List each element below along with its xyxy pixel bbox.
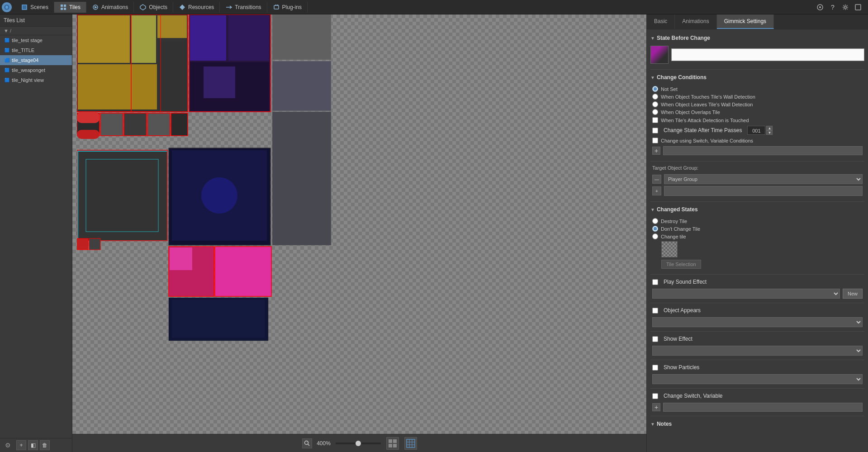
show-particles-checkbox[interactable] (652, 365, 658, 371)
svg-point-15 (819, 6, 821, 8)
sound-effect-select[interactable] (652, 289, 840, 299)
menu-tab-transitions[interactable]: Transitions (220, 2, 267, 13)
duplicate-tile-button[interactable]: ◧ (28, 440, 38, 450)
group-minus-icon[interactable]: — (652, 175, 661, 184)
svg-marker-8 (95, 6, 97, 9)
notifications-icon[interactable] (816, 3, 825, 12)
changed-state-dont-change: Don't Change Tile (650, 225, 864, 233)
sound-effect-new-button[interactable]: New (843, 289, 863, 299)
menu-tab-plugins[interactable]: Plug-ins (267, 2, 308, 13)
condition-overlaps-tile-radio[interactable] (652, 109, 658, 115)
svg-rect-20 (131, 15, 156, 63)
canvas-view-button[interactable] (386, 437, 399, 450)
condition-leaves-wall: When Object Leaves Tile's Wall Detection (650, 100, 864, 108)
condition-switch-variable-checkbox[interactable] (652, 138, 658, 143)
scenes-icon (21, 4, 28, 11)
condition-attack-detection: When Tile's Attack Detection is Touched (650, 116, 864, 124)
add-condition-input[interactable] (663, 146, 863, 155)
show-particles-controls (650, 373, 864, 385)
target-group-select[interactable]: Player Group (664, 174, 863, 184)
zoom-slider[interactable] (336, 442, 381, 444)
condition-leaves-wall-radio[interactable] (652, 101, 658, 107)
condition-touches-wall-radio[interactable] (652, 94, 658, 100)
menu-tab-resources[interactable]: Resources (173, 2, 220, 13)
condition-switch-variable: Change using Switch, Variable Conditions (650, 136, 864, 145)
condition-attack-detection-checkbox[interactable] (652, 117, 658, 123)
add-switch-variable-button[interactable]: + (652, 403, 660, 411)
menu-tab-animations[interactable]: Animations (86, 2, 134, 13)
tile-grid[interactable] (72, 14, 646, 434)
add-tile-button[interactable]: + (16, 440, 26, 450)
changed-state-dont-change-radio[interactable] (652, 226, 658, 232)
add-group-input[interactable] (664, 186, 863, 196)
notes-header[interactable]: ▼ Notes (650, 419, 864, 429)
svg-rect-21 (157, 15, 187, 38)
condition-touches-wall: When Object Touches Tile's Wall Detectio… (650, 93, 864, 100)
switch-variable-input[interactable] (663, 403, 863, 412)
settings-icon[interactable] (841, 3, 850, 12)
svg-rect-37 (124, 113, 147, 136)
zoom-value: 400% (315, 440, 333, 447)
add-group-button[interactable]: + (652, 186, 661, 195)
tree-item-tile-test-stage[interactable]: 🟦 tile_test stage (0, 35, 72, 45)
svg-rect-29 (228, 15, 269, 61)
time-value-display: 001 (747, 126, 765, 135)
tree-item-tile-night-view[interactable]: 🟦 tile_Night view (0, 75, 72, 85)
tree-item-tile-title[interactable]: 🟦 tile_TITLE (0, 45, 72, 55)
tree-item-tile-weaponget[interactable]: 🟦 tile_weaponget (0, 65, 72, 75)
show-effect-controls (650, 344, 864, 357)
svg-rect-39 (171, 113, 188, 136)
menu-tab-objects[interactable]: Objects (134, 2, 173, 13)
tab-animations[interactable]: Animations (675, 14, 716, 29)
play-sound-effect-row: Play Sound Effect (650, 277, 864, 286)
gear-settings-button[interactable]: ⚙ (3, 440, 13, 450)
change-switch-variable-section: Change Switch, Variable + (650, 391, 864, 413)
menu-right-controls: ? (816, 3, 866, 12)
show-particles-select[interactable] (652, 374, 863, 384)
condition-time-passes-checkbox[interactable] (652, 128, 658, 133)
svg-rect-55 (89, 238, 100, 250)
tile-selection-button[interactable]: Tile Selection (661, 260, 701, 269)
top-menu-bar: Scenes Tiles Animations Objects Resource… (0, 0, 868, 14)
canvas-grid-button[interactable] (404, 437, 417, 450)
svg-rect-12 (275, 5, 276, 6)
changed-states-header[interactable]: ▼ Changed States (650, 205, 864, 214)
change-switch-variable-checkbox[interactable] (652, 393, 658, 399)
object-appears-select[interactable] (652, 317, 863, 327)
tile-preview-container: Tile Selection (659, 240, 864, 270)
condition-not-set-radio[interactable] (652, 86, 658, 92)
target-obj-label-row: Target Object Group: (650, 164, 864, 171)
changed-state-destroy-radio[interactable] (652, 218, 658, 224)
object-appears-checkbox[interactable] (652, 308, 658, 314)
show-effect-select[interactable] (652, 346, 863, 356)
svg-rect-31 (204, 67, 235, 98)
spinner-up[interactable]: ▲ (766, 126, 773, 130)
show-effect-checkbox[interactable] (652, 336, 658, 342)
collapse-arrow-state: ▼ (650, 36, 655, 41)
maximize-icon[interactable] (854, 3, 863, 12)
tree-item-tile-stage04[interactable]: 🟦 tile_stage04 (0, 55, 72, 65)
state-name-input[interactable] (671, 48, 864, 61)
change-conditions-section: ▼ Change Conditions Not Set When Object … (650, 72, 864, 157)
menu-tab-scenes[interactable]: Scenes (15, 2, 54, 13)
tab-basic[interactable]: Basic (647, 14, 675, 29)
object-appears-controls (650, 316, 864, 328)
delete-tile-button[interactable]: 🗑 (40, 440, 50, 450)
help-icon[interactable]: ? (828, 3, 837, 12)
changed-state-destroy: Destroy Tile (650, 217, 864, 225)
tab-gimmick-settings[interactable]: Gimmick Settings (717, 14, 774, 29)
add-condition-button[interactable]: + (652, 147, 660, 155)
spinner-down[interactable]: ▼ (766, 130, 773, 135)
svg-rect-62 (389, 444, 392, 447)
state-before-change-header[interactable]: ▼ State Before Change (650, 33, 864, 43)
menu-tab-tiles[interactable]: Tiles (54, 2, 86, 13)
svg-rect-50 (272, 112, 331, 245)
svg-rect-64 (407, 439, 415, 447)
svg-rect-60 (389, 439, 392, 443)
change-conditions-header[interactable]: ▼ Change Conditions (650, 72, 864, 82)
zoom-search-icon[interactable] (302, 438, 312, 448)
change-switch-variable-row: Change Switch, Variable (650, 391, 864, 400)
play-sound-effect-checkbox[interactable] (652, 279, 658, 285)
changed-state-change-tile-radio[interactable] (652, 233, 658, 239)
svg-rect-13 (277, 5, 278, 6)
